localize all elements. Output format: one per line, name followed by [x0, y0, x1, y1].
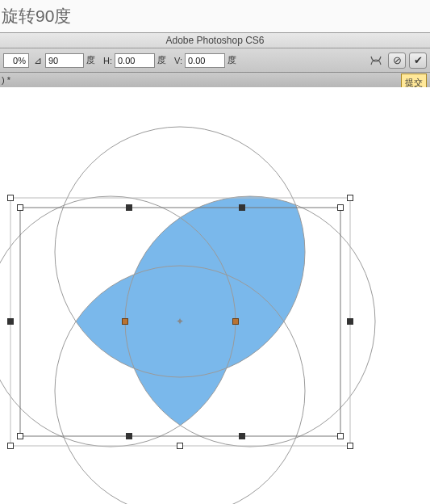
transform-handle-br[interactable]: [337, 433, 344, 439]
artwork-svg: [0, 87, 430, 504]
angle-icon: ⊿: [34, 55, 42, 66]
document-tab-bar: ) * 提交: [0, 73, 430, 89]
ref-point-left[interactable]: [122, 318, 128, 325]
ref-point-right[interactable]: [232, 318, 239, 325]
commit-transform-button[interactable]: ✔: [409, 52, 427, 69]
transform-handle-bm[interactable]: [126, 433, 132, 439]
transform-handle-tl[interactable]: [17, 204, 23, 211]
outer-handle-bm[interactable]: [177, 443, 183, 449]
transform-handle-lm[interactable]: [7, 318, 14, 325]
skew-h-unit-label: 度: [157, 54, 166, 66]
rotation-angle-input[interactable]: [45, 53, 84, 68]
canvas-area[interactable]: ✦: [0, 87, 430, 504]
outer-handle-tl[interactable]: [7, 195, 14, 201]
skew-h-label: H:: [103, 56, 112, 65]
skew-v-label: V:: [174, 56, 182, 65]
app-titlebar: Adobe Photoshop CS6: [0, 32, 430, 48]
skew-h-input[interactable]: [115, 53, 155, 68]
scale-percent-input[interactable]: [3, 53, 29, 68]
transform-handle-tr[interactable]: [337, 204, 344, 211]
cancel-transform-button[interactable]: ⊘: [388, 52, 406, 69]
warp-mode-icon[interactable]: [367, 52, 385, 69]
transform-handle-bl[interactable]: [17, 433, 23, 439]
skew-v-input[interactable]: [185, 53, 225, 68]
angle-unit-label: 度: [86, 54, 95, 66]
outer-handle-bl[interactable]: [7, 443, 14, 449]
transform-handle-tm[interactable]: [126, 204, 132, 211]
transform-handle-bm2[interactable]: [239, 433, 245, 439]
page-title: 旋转90度: [0, 0, 430, 32]
options-bar: ⊿ 度 H: 度 V: 度 ⊘ ✔: [0, 48, 430, 73]
document-tab[interactable]: ) *: [2, 75, 10, 85]
skew-v-unit-label: 度: [228, 54, 236, 66]
transform-handle-rm[interactable]: [347, 318, 353, 325]
transform-handle-tm2[interactable]: [239, 204, 245, 211]
outer-handle-br[interactable]: [347, 443, 353, 449]
transform-center-icon[interactable]: ✦: [175, 317, 185, 326]
outer-handle-tr[interactable]: [347, 195, 353, 201]
